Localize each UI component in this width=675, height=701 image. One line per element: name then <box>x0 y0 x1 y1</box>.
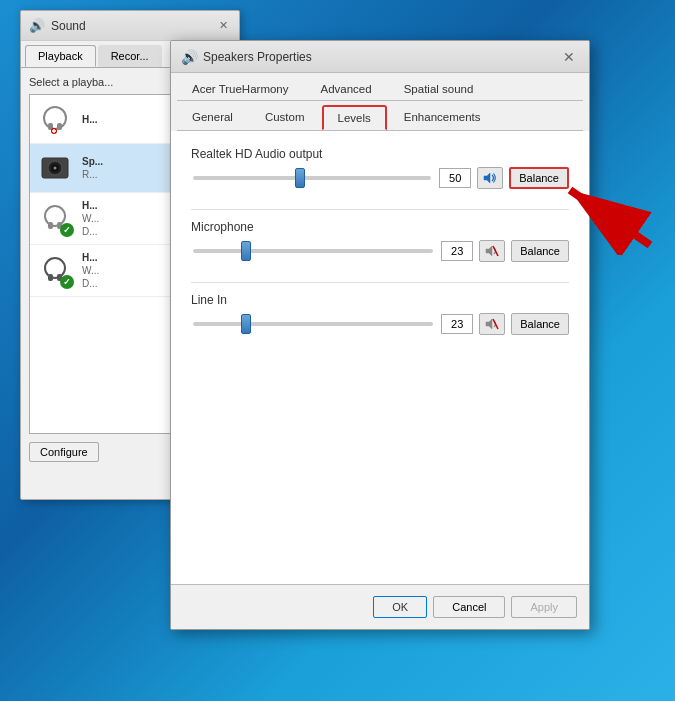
tab-playback[interactable]: Playback <box>25 45 96 67</box>
device-info-3: H... W... D... <box>82 199 99 238</box>
divider-1 <box>191 209 569 210</box>
device-name-2: Sp... <box>82 155 103 168</box>
svg-point-0 <box>44 107 66 129</box>
device-badge-4: ✓ <box>60 275 74 289</box>
sound-titlebar: 🔊 Sound ✕ <box>21 11 239 41</box>
svg-line-17 <box>493 319 498 329</box>
svg-line-16 <box>493 246 498 256</box>
device-desc-3: W... <box>82 212 99 225</box>
level-section-microphone: Microphone 23 Balance <box>191 220 569 262</box>
configure-button[interactable]: Configure <box>29 442 99 462</box>
balance-button-realtek[interactable]: Balance <box>509 167 569 189</box>
level-row-microphone: 23 Balance <box>191 240 569 262</box>
svg-point-10 <box>45 206 65 226</box>
level-value-linein: 23 <box>441 314 473 334</box>
tab-enhancements[interactable]: Enhancements <box>389 105 496 130</box>
speakers-title-text: Speakers Properties <box>203 50 559 64</box>
tab-recording[interactable]: Recor... <box>98 45 162 67</box>
speakers-content: Realtek HD Audio output 50 Balance <box>171 131 589 619</box>
device-desc-2: R... <box>82 168 103 181</box>
device-desc-4: W... <box>82 264 99 277</box>
tab-custom[interactable]: Custom <box>250 105 320 130</box>
tab-acer-trueharmony[interactable]: Acer TrueHarmony <box>177 77 304 100</box>
speakers-window: 🔊 Speakers Properties ✕ Acer TrueHarmony… <box>170 40 590 630</box>
device-icon-4: ✓ <box>38 253 74 289</box>
device-icon-2 <box>38 150 74 186</box>
level-label-microphone: Microphone <box>191 220 569 234</box>
mute-button-realtek[interactable] <box>477 167 503 189</box>
device-name-3: H... <box>82 199 99 212</box>
device-name-4: H... <box>82 251 99 264</box>
device-info-2: Sp... R... <box>82 155 103 181</box>
level-value-realtek: 50 <box>439 168 471 188</box>
device-icon-3: ✓ <box>38 201 74 237</box>
cancel-button[interactable]: Cancel <box>433 596 505 618</box>
level-row-realtek: 50 Balance <box>191 167 569 189</box>
svg-rect-11 <box>48 222 53 229</box>
mute-button-linein[interactable] <box>479 313 505 335</box>
level-value-microphone: 23 <box>441 241 473 261</box>
slider-track-microphone[interactable] <box>193 249 433 253</box>
slider-track-linein[interactable] <box>193 322 433 326</box>
speakers-title-icon: 🔊 <box>181 49 197 65</box>
speakers-titlebar: 🔊 Speakers Properties ✕ <box>171 41 589 73</box>
device-info-4: H... W... D... <box>82 251 99 290</box>
device-desc-3b: D... <box>82 225 99 238</box>
svg-rect-14 <box>48 274 53 281</box>
balance-button-linein[interactable]: Balance <box>511 313 569 335</box>
slider-thumb-linein[interactable] <box>241 314 251 334</box>
speakers-close-button[interactable]: ✕ <box>559 47 579 67</box>
level-section-realtek: Realtek HD Audio output 50 Balance <box>191 147 569 189</box>
apply-button[interactable]: Apply <box>511 596 577 618</box>
mute-button-microphone[interactable] <box>479 240 505 262</box>
device-info-1: H... <box>82 113 98 126</box>
tab-levels[interactable]: Levels <box>322 105 387 130</box>
level-row-linein: 23 Balance <box>191 313 569 335</box>
tab-general[interactable]: General <box>177 105 248 130</box>
svg-point-9 <box>54 167 57 170</box>
svg-point-13 <box>45 258 65 278</box>
tab-bar: Acer TrueHarmony Advanced Spatial sound … <box>171 73 589 131</box>
slider-thumb-realtek[interactable] <box>295 168 305 188</box>
level-label-linein: Line In <box>191 293 569 307</box>
ok-button[interactable]: OK <box>373 596 427 618</box>
sound-close-button[interactable]: ✕ <box>215 18 231 34</box>
slider-track-realtek[interactable] <box>193 176 431 180</box>
device-badge-3: ✓ <box>60 223 74 237</box>
tab-row-1: Acer TrueHarmony Advanced Spatial sound <box>177 73 583 101</box>
device-name-1: H... <box>82 113 98 126</box>
speakers-footer: OK Cancel Apply <box>171 584 589 629</box>
divider-2 <box>191 282 569 283</box>
level-label-realtek: Realtek HD Audio output <box>191 147 569 161</box>
svg-rect-2 <box>57 123 62 130</box>
tab-row-2: General Custom Levels Enhancements <box>177 101 583 131</box>
slider-thumb-microphone[interactable] <box>241 241 251 261</box>
tab-spatial-sound[interactable]: Spatial sound <box>389 77 489 100</box>
sound-title-icon: 🔊 <box>29 18 45 34</box>
level-section-linein: Line In 23 Balance <box>191 293 569 335</box>
device-icon-1 <box>38 101 74 137</box>
sound-title-text: Sound <box>51 19 215 33</box>
tab-advanced[interactable]: Advanced <box>306 77 387 100</box>
balance-button-microphone[interactable]: Balance <box>511 240 569 262</box>
device-desc-4b: D... <box>82 277 99 290</box>
